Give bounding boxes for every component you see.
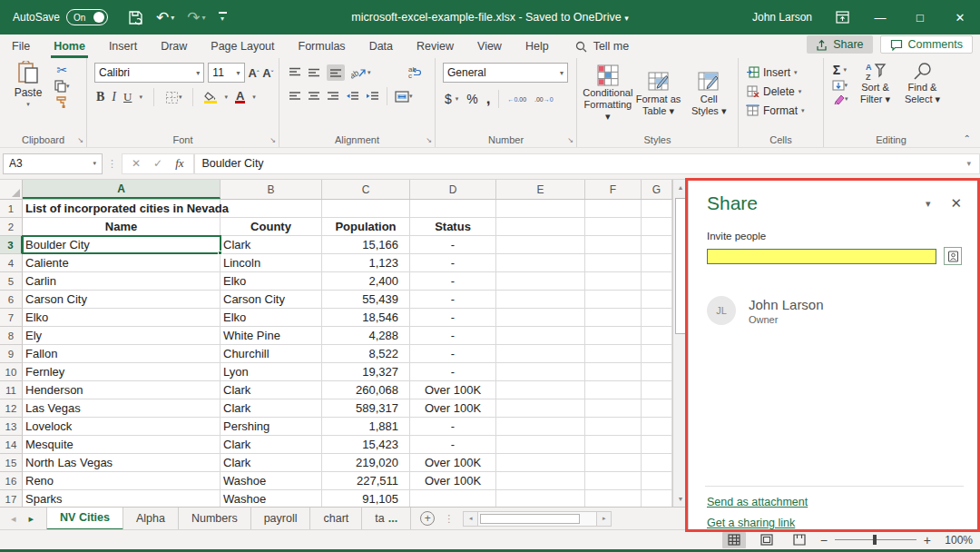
cell-C3[interactable]: 15,166: [322, 236, 410, 254]
cell-E3[interactable]: [496, 236, 585, 254]
format-painter-icon[interactable]: [54, 95, 70, 108]
cell-A16[interactable]: Reno: [23, 472, 220, 490]
cell-C1[interactable]: [322, 200, 410, 218]
cell-B2[interactable]: County: [220, 218, 322, 236]
column-header-B[interactable]: B: [220, 180, 322, 199]
cell-E16[interactable]: [496, 472, 585, 490]
cell-D6[interactable]: -: [410, 291, 496, 309]
cell-F17[interactable]: [585, 490, 642, 507]
ribbon-tab-insert[interactable]: Insert: [97, 34, 149, 58]
cell-G11[interactable]: [642, 381, 672, 399]
sort-filter-button[interactable]: AZ Sort & Filter ▾: [852, 62, 899, 105]
cell-F4[interactable]: [585, 254, 642, 272]
scroll-down-icon[interactable]: ▼: [673, 491, 688, 507]
autosum-button[interactable]: Σ ▾: [831, 63, 848, 77]
cell-A7[interactable]: Elko: [23, 309, 220, 327]
scroll-up-icon[interactable]: ▲: [673, 180, 688, 195]
new-sheet-icon[interactable]: +: [420, 511, 435, 526]
cell-G7[interactable]: [642, 309, 672, 327]
clear-button[interactable]: ▾: [831, 94, 848, 104]
cell-B17[interactable]: Washoe: [220, 490, 322, 507]
sheet-tab-truncated[interactable]: ta ...: [362, 508, 411, 530]
cell-B6[interactable]: Carson City: [220, 291, 322, 309]
delete-cells-button[interactable]: Delete▾: [739, 82, 823, 101]
undo-dropdown-icon[interactable]: ▾: [171, 14, 174, 22]
cell-D3[interactable]: -: [410, 236, 496, 254]
align-center-icon[interactable]: [308, 91, 320, 102]
cell-G6[interactable]: [642, 291, 672, 309]
cell-D16[interactable]: Over 100K: [410, 472, 496, 490]
pane-options-chevron-down-icon[interactable]: ▾: [926, 198, 931, 210]
page-break-preview-icon[interactable]: [788, 532, 811, 548]
bold-button[interactable]: B: [96, 90, 104, 104]
font-dialog-launcher-icon[interactable]: ↘: [270, 136, 276, 144]
cell-A15[interactable]: North Las Vegas: [23, 454, 220, 472]
cell-E17[interactable]: [496, 490, 585, 507]
cell-A12[interactable]: Las Vegas: [23, 399, 220, 418]
sheet-tab-numbers[interactable]: Numbers: [179, 508, 251, 530]
zoom-out-icon[interactable]: −: [820, 536, 828, 545]
row-header-10[interactable]: 10: [0, 363, 23, 381]
align-left-icon[interactable]: [289, 91, 301, 102]
cell-G1[interactable]: [642, 200, 672, 218]
cell-E12[interactable]: [496, 399, 585, 418]
cell-E11[interactable]: [496, 381, 585, 399]
cell-C16[interactable]: 227,511: [322, 472, 410, 490]
cell-F12[interactable]: [585, 399, 642, 418]
align-bottom-icon[interactable]: [327, 64, 345, 81]
formula-input[interactable]: Boulder City: [194, 153, 980, 174]
cell-G3[interactable]: [642, 236, 672, 254]
cell-G16[interactable]: [642, 472, 672, 490]
cell-E15[interactable]: [496, 454, 585, 472]
number-format-combo[interactable]: General▾: [443, 63, 568, 83]
cell-D2[interactable]: Status: [410, 218, 496, 236]
cell-B13[interactable]: Pershing: [220, 418, 322, 436]
cell-A14[interactable]: Mesquite: [23, 436, 220, 454]
cell-C4[interactable]: 1,123: [322, 254, 410, 272]
alignment-dialog-launcher-icon[interactable]: ↘: [426, 136, 432, 144]
title-dropdown-icon[interactable]: ▾: [624, 14, 629, 23]
cell-E14[interactable]: [496, 436, 585, 454]
cell-C2[interactable]: Population: [322, 218, 410, 236]
zoom-slider[interactable]: [835, 539, 916, 540]
cell-F11[interactable]: [585, 381, 642, 399]
row-header-3[interactable]: 3: [0, 236, 23, 254]
insert-function-icon[interactable]: fx: [175, 156, 183, 171]
align-middle-icon[interactable]: [308, 67, 320, 78]
cell-B15[interactable]: Clark: [220, 454, 322, 472]
cell-D8[interactable]: -: [410, 327, 496, 345]
align-top-icon[interactable]: [289, 67, 301, 78]
cancel-entry-icon[interactable]: ✕: [132, 157, 141, 170]
cell-D1[interactable]: [410, 200, 496, 218]
format-cells-button[interactable]: Format▾: [739, 101, 823, 120]
zoom-slider-thumb[interactable]: [873, 535, 877, 545]
decrease-indent-icon[interactable]: [346, 91, 359, 102]
conditional-formatting-button[interactable]: Conditional Formatting ▾: [583, 64, 633, 123]
cell-G17[interactable]: [642, 490, 672, 507]
close-button[interactable]: ✕: [940, 0, 980, 34]
user-name[interactable]: John Larson: [752, 11, 812, 24]
cell-D17[interactable]: [410, 490, 496, 507]
cell-F15[interactable]: [585, 454, 642, 472]
ribbon-display-options-icon[interactable]: [836, 11, 849, 24]
expand-formula-bar-icon[interactable]: ▾: [966, 159, 971, 168]
cell-C6[interactable]: 55,439: [322, 291, 410, 309]
row-header-5[interactable]: 5: [0, 272, 23, 291]
cell-E2[interactable]: [496, 218, 585, 236]
cell-G10[interactable]: [642, 363, 672, 381]
number-dialog-launcher-icon[interactable]: ↘: [567, 136, 573, 144]
row-header-14[interactable]: 14: [0, 436, 23, 454]
increase-indent-icon[interactable]: [366, 91, 379, 102]
cell-A13[interactable]: Lovelock: [23, 418, 220, 436]
borders-icon[interactable]: ▾: [165, 91, 182, 104]
ribbon-tab-draw[interactable]: Draw: [149, 34, 199, 58]
decrease-font-size-icon[interactable]: Aˇ: [262, 66, 273, 80]
address-book-icon[interactable]: [944, 247, 962, 265]
cell-C10[interactable]: 19,327: [322, 363, 410, 381]
sheet-tab-alpha[interactable]: Alpha: [123, 508, 179, 530]
select-all-corner[interactable]: [0, 180, 23, 199]
cell-D15[interactable]: Over 100K: [410, 454, 496, 472]
currency-format-icon[interactable]: $ ▾: [445, 92, 458, 106]
decrease-decimal-icon[interactable]: .00→0: [534, 96, 554, 103]
font-size-combo[interactable]: 11▾: [208, 63, 244, 83]
